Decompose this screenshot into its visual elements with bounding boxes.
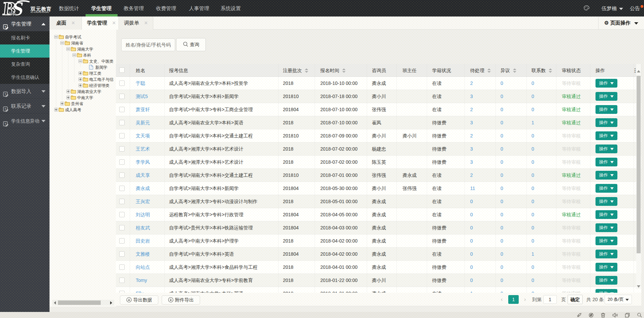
svg-text:?: ? — [4, 25, 6, 29]
svg-text:?: ? — [4, 122, 6, 126]
svg-text:?: ? — [4, 107, 6, 111]
svg-text:?: ? — [4, 93, 6, 96]
